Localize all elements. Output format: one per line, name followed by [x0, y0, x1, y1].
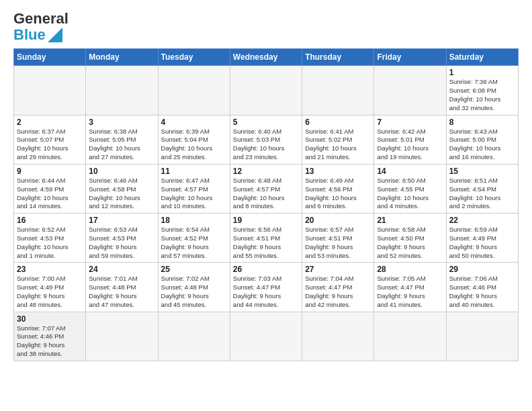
calendar-week-row: 2Sunrise: 6:37 AM Sunset: 5:07 PM Daylig…: [14, 115, 519, 164]
calendar-day-cell: [14, 66, 86, 115]
header: General Blue: [13, 11, 519, 43]
day-info: Sunrise: 6:40 AM Sunset: 5:03 PM Dayligh…: [233, 128, 299, 162]
logo-general-text: General: [13, 11, 69, 27]
calendar-day-cell: 27Sunrise: 7:04 AM Sunset: 4:47 PM Dayli…: [302, 263, 374, 312]
day-info: Sunrise: 6:50 AM Sunset: 4:55 PM Dayligh…: [377, 177, 443, 211]
day-number: 19: [233, 216, 299, 225]
calendar-day-cell: [302, 66, 374, 115]
day-number: 26: [233, 265, 299, 274]
calendar-body: 1Sunrise: 7:36 AM Sunset: 6:08 PM Daylig…: [14, 66, 519, 361]
day-number: 18: [161, 216, 227, 225]
calendar-day-cell: 10Sunrise: 6:46 AM Sunset: 4:58 PM Dayli…: [86, 164, 158, 213]
calendar-day-cell: 13Sunrise: 6:49 AM Sunset: 4:56 PM Dayli…: [302, 164, 374, 213]
day-number: 27: [305, 265, 371, 274]
day-info: Sunrise: 7:00 AM Sunset: 4:49 PM Dayligh…: [17, 275, 83, 309]
calendar-day-cell: 3Sunrise: 6:38 AM Sunset: 5:05 PM Daylig…: [86, 115, 158, 164]
day-info: Sunrise: 6:39 AM Sunset: 5:04 PM Dayligh…: [161, 128, 227, 162]
col-wednesday: Wednesday: [230, 49, 302, 66]
calendar-day-cell: 12Sunrise: 6:48 AM Sunset: 4:57 PM Dayli…: [230, 164, 302, 213]
calendar-day-cell: 1Sunrise: 7:36 AM Sunset: 6:08 PM Daylig…: [446, 66, 518, 115]
day-info: Sunrise: 6:53 AM Sunset: 4:53 PM Dayligh…: [89, 226, 154, 260]
day-info: Sunrise: 7:06 AM Sunset: 4:46 PM Dayligh…: [449, 275, 515, 309]
page: General Blue Sunday Monday: [0, 0, 532, 411]
day-info: Sunrise: 6:51 AM Sunset: 4:54 PM Dayligh…: [449, 177, 515, 211]
day-number: 12: [233, 167, 299, 176]
day-info: Sunrise: 6:42 AM Sunset: 5:01 PM Dayligh…: [377, 128, 443, 162]
day-number: 30: [17, 314, 83, 324]
calendar-day-cell: 14Sunrise: 6:50 AM Sunset: 4:55 PM Dayli…: [374, 164, 446, 213]
calendar-day-cell: [230, 312, 302, 361]
calendar-week-row: 23Sunrise: 7:00 AM Sunset: 4:49 PM Dayli…: [14, 263, 519, 312]
day-info: Sunrise: 7:01 AM Sunset: 4:48 PM Dayligh…: [89, 275, 154, 309]
day-number: 3: [89, 118, 154, 127]
calendar-day-cell: 19Sunrise: 6:56 AM Sunset: 4:51 PM Dayli…: [230, 214, 302, 263]
day-info: Sunrise: 7:05 AM Sunset: 4:47 PM Dayligh…: [377, 275, 443, 309]
calendar-day-cell: 23Sunrise: 7:00 AM Sunset: 4:49 PM Dayli…: [14, 263, 86, 312]
day-number: 2: [17, 118, 83, 127]
day-info: Sunrise: 6:38 AM Sunset: 5:05 PM Dayligh…: [89, 128, 154, 162]
day-info: Sunrise: 7:36 AM Sunset: 6:08 PM Dayligh…: [449, 78, 515, 112]
calendar-day-cell: 15Sunrise: 6:51 AM Sunset: 4:54 PM Dayli…: [446, 164, 518, 213]
calendar-week-row: 1Sunrise: 7:36 AM Sunset: 6:08 PM Daylig…: [14, 66, 519, 115]
day-info: Sunrise: 6:46 AM Sunset: 4:58 PM Dayligh…: [89, 177, 154, 211]
col-monday: Monday: [86, 49, 158, 66]
day-number: 20: [305, 216, 371, 225]
calendar-day-cell: 8Sunrise: 6:43 AM Sunset: 5:00 PM Daylig…: [446, 115, 518, 164]
calendar-day-cell: 21Sunrise: 6:58 AM Sunset: 4:50 PM Dayli…: [374, 214, 446, 263]
day-number: 24: [89, 265, 154, 274]
day-info: Sunrise: 6:41 AM Sunset: 5:02 PM Dayligh…: [305, 128, 371, 162]
svg-marker-0: [48, 28, 62, 42]
day-number: 29: [449, 265, 515, 274]
logo-triangle-icon: [48, 28, 62, 42]
calendar-day-cell: 17Sunrise: 6:53 AM Sunset: 4:53 PM Dayli…: [86, 214, 158, 263]
day-number: 21: [377, 216, 443, 225]
calendar-day-cell: [86, 66, 158, 115]
calendar-day-cell: [86, 312, 158, 361]
day-number: 5: [233, 118, 299, 127]
logo: General Blue: [13, 11, 69, 43]
day-info: Sunrise: 7:03 AM Sunset: 4:47 PM Dayligh…: [233, 275, 299, 309]
day-info: Sunrise: 7:02 AM Sunset: 4:48 PM Dayligh…: [161, 275, 227, 309]
calendar-day-cell: [302, 312, 374, 361]
day-info: Sunrise: 6:52 AM Sunset: 4:53 PM Dayligh…: [17, 226, 83, 260]
calendar-day-cell: 6Sunrise: 6:41 AM Sunset: 5:02 PM Daylig…: [302, 115, 374, 164]
day-info: Sunrise: 6:58 AM Sunset: 4:50 PM Dayligh…: [377, 226, 443, 260]
logo-blue-text: Blue: [13, 27, 46, 43]
calendar-day-cell: 30Sunrise: 7:07 AM Sunset: 4:46 PM Dayli…: [14, 312, 86, 361]
calendar-day-cell: 11Sunrise: 6:47 AM Sunset: 4:57 PM Dayli…: [158, 164, 230, 213]
day-number: 4: [161, 118, 227, 127]
day-number: 1: [449, 68, 515, 77]
day-number: 17: [89, 216, 154, 225]
day-info: Sunrise: 7:04 AM Sunset: 4:47 PM Dayligh…: [305, 275, 371, 309]
calendar-day-cell: [230, 66, 302, 115]
day-number: 16: [17, 216, 83, 225]
day-number: 22: [449, 216, 515, 225]
calendar-day-cell: [374, 312, 446, 361]
calendar-day-cell: 5Sunrise: 6:40 AM Sunset: 5:03 PM Daylig…: [230, 115, 302, 164]
calendar-day-cell: [158, 66, 230, 115]
calendar-week-row: 30Sunrise: 7:07 AM Sunset: 4:46 PM Dayli…: [14, 312, 519, 361]
day-info: Sunrise: 6:47 AM Sunset: 4:57 PM Dayligh…: [161, 177, 227, 211]
col-sunday: Sunday: [14, 49, 86, 66]
day-info: Sunrise: 6:48 AM Sunset: 4:57 PM Dayligh…: [233, 177, 299, 211]
day-number: 8: [449, 118, 515, 127]
calendar-day-cell: 25Sunrise: 7:02 AM Sunset: 4:48 PM Dayli…: [158, 263, 230, 312]
day-number: 14: [377, 167, 443, 176]
calendar-day-cell: 29Sunrise: 7:06 AM Sunset: 4:46 PM Dayli…: [446, 263, 518, 312]
day-info: Sunrise: 6:56 AM Sunset: 4:51 PM Dayligh…: [233, 226, 299, 260]
day-number: 28: [377, 265, 443, 274]
day-info: Sunrise: 6:44 AM Sunset: 4:59 PM Dayligh…: [17, 177, 83, 211]
day-number: 10: [89, 167, 154, 176]
calendar-day-cell: 28Sunrise: 7:05 AM Sunset: 4:47 PM Dayli…: [374, 263, 446, 312]
calendar-day-cell: 20Sunrise: 6:57 AM Sunset: 4:51 PM Dayli…: [302, 214, 374, 263]
day-info: Sunrise: 7:07 AM Sunset: 4:46 PM Dayligh…: [17, 324, 83, 359]
col-saturday: Saturday: [446, 49, 518, 66]
day-number: 25: [161, 265, 227, 274]
calendar-day-cell: 24Sunrise: 7:01 AM Sunset: 4:48 PM Dayli…: [86, 263, 158, 312]
day-number: 23: [17, 265, 83, 274]
calendar-day-cell: [158, 312, 230, 361]
day-info: Sunrise: 6:49 AM Sunset: 4:56 PM Dayligh…: [305, 177, 371, 211]
day-info: Sunrise: 6:43 AM Sunset: 5:00 PM Dayligh…: [449, 128, 515, 162]
calendar-week-row: 16Sunrise: 6:52 AM Sunset: 4:53 PM Dayli…: [14, 214, 519, 263]
day-number: 13: [305, 167, 371, 176]
